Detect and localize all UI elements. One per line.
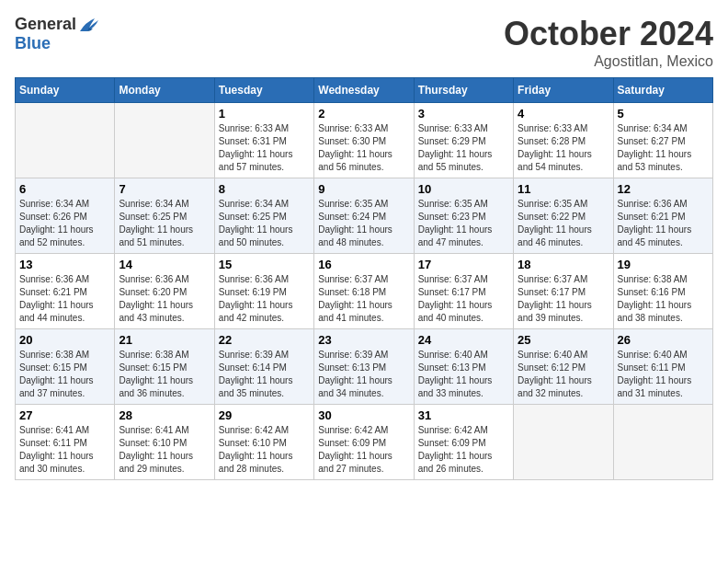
day-number: 23	[318, 333, 409, 347]
calendar-cell: 6Sunrise: 6:34 AMSunset: 6:26 PMDaylight…	[16, 178, 115, 254]
day-number: 10	[418, 182, 509, 196]
calendar-cell: 18Sunrise: 6:37 AMSunset: 6:17 PMDayligh…	[514, 254, 613, 329]
calendar-cell	[16, 103, 115, 178]
header-day-monday: Monday	[115, 78, 214, 103]
day-number: 20	[19, 333, 110, 347]
day-number: 26	[618, 333, 709, 347]
header-day-friday: Friday	[514, 78, 613, 103]
header-day-tuesday: Tuesday	[214, 78, 313, 103]
day-info: Sunrise: 6:35 AMSunset: 6:23 PMDaylight:…	[418, 198, 509, 249]
logo-bird-icon	[76, 15, 102, 35]
logo-general-text: General	[15, 16, 76, 34]
day-number: 27	[19, 408, 110, 422]
day-number: 11	[518, 182, 609, 196]
day-number: 19	[618, 258, 709, 271]
title-area: October 2024 Agostitlan, Mexico	[504, 15, 713, 70]
calendar-cell: 20Sunrise: 6:38 AMSunset: 6:15 PMDayligh…	[16, 329, 115, 405]
calendar-cell: 8Sunrise: 6:34 AMSunset: 6:25 PMDaylight…	[214, 178, 313, 254]
header-row: SundayMondayTuesdayWednesdayThursdayFrid…	[16, 78, 713, 103]
calendar-table: SundayMondayTuesdayWednesdayThursdayFrid…	[15, 77, 713, 480]
week-row-3: 13Sunrise: 6:36 AMSunset: 6:21 PMDayligh…	[16, 254, 713, 329]
day-number: 12	[618, 182, 709, 196]
calendar-cell: 28Sunrise: 6:41 AMSunset: 6:10 PMDayligh…	[115, 405, 214, 480]
calendar-cell	[115, 103, 214, 178]
calendar-cell: 2Sunrise: 6:33 AMSunset: 6:30 PMDaylight…	[314, 103, 414, 178]
calendar-cell: 4Sunrise: 6:33 AMSunset: 6:28 PMDaylight…	[514, 103, 613, 178]
day-number: 5	[618, 107, 709, 121]
week-row-4: 20Sunrise: 6:38 AMSunset: 6:15 PMDayligh…	[16, 329, 713, 405]
calendar-cell: 12Sunrise: 6:36 AMSunset: 6:21 PMDayligh…	[613, 178, 712, 254]
day-number: 9	[318, 182, 409, 196]
calendar-cell: 3Sunrise: 6:33 AMSunset: 6:29 PMDaylight…	[414, 103, 513, 178]
week-row-1: 1Sunrise: 6:33 AMSunset: 6:31 PMDaylight…	[16, 103, 713, 178]
day-number: 31	[418, 408, 509, 422]
day-info: Sunrise: 6:35 AMSunset: 6:22 PMDaylight:…	[518, 198, 609, 249]
day-number: 6	[19, 182, 110, 196]
header-day-sunday: Sunday	[16, 78, 115, 103]
calendar-cell: 10Sunrise: 6:35 AMSunset: 6:23 PMDayligh…	[414, 178, 513, 254]
day-info: Sunrise: 6:39 AMSunset: 6:13 PMDaylight:…	[318, 349, 409, 400]
day-info: Sunrise: 6:38 AMSunset: 6:16 PMDaylight:…	[618, 273, 709, 325]
month-title: October 2024	[504, 15, 713, 53]
calendar-cell: 17Sunrise: 6:37 AMSunset: 6:17 PMDayligh…	[414, 254, 513, 329]
day-info: Sunrise: 6:36 AMSunset: 6:20 PMDaylight:…	[119, 273, 210, 325]
day-number: 2	[318, 107, 409, 121]
day-number: 15	[219, 258, 310, 271]
day-number: 8	[219, 182, 310, 196]
calendar-cell: 15Sunrise: 6:36 AMSunset: 6:19 PMDayligh…	[214, 254, 313, 329]
day-number: 4	[518, 107, 609, 121]
header-day-saturday: Saturday	[613, 78, 712, 103]
calendar-cell: 24Sunrise: 6:40 AMSunset: 6:13 PMDayligh…	[414, 329, 513, 405]
day-info: Sunrise: 6:41 AMSunset: 6:10 PMDaylight:…	[119, 424, 210, 476]
day-number: 7	[119, 182, 210, 196]
day-number: 22	[219, 333, 310, 347]
calendar-cell: 25Sunrise: 6:40 AMSunset: 6:12 PMDayligh…	[514, 329, 613, 405]
calendar-cell: 5Sunrise: 6:34 AMSunset: 6:27 PMDaylight…	[613, 103, 712, 178]
day-info: Sunrise: 6:35 AMSunset: 6:24 PMDaylight:…	[318, 198, 409, 249]
day-number: 14	[119, 258, 210, 271]
calendar-cell: 1Sunrise: 6:33 AMSunset: 6:31 PMDaylight…	[214, 103, 313, 178]
header-day-thursday: Thursday	[414, 78, 513, 103]
day-info: Sunrise: 6:42 AMSunset: 6:09 PMDaylight:…	[418, 424, 509, 476]
day-number: 29	[219, 408, 310, 422]
day-number: 16	[318, 258, 409, 271]
day-info: Sunrise: 6:34 AMSunset: 6:26 PMDaylight:…	[19, 198, 110, 249]
calendar-cell: 13Sunrise: 6:36 AMSunset: 6:21 PMDayligh…	[16, 254, 115, 329]
day-number: 3	[418, 107, 509, 121]
logo: General Blue	[15, 15, 102, 53]
calendar-cell	[613, 405, 712, 480]
day-info: Sunrise: 6:38 AMSunset: 6:15 PMDaylight:…	[119, 349, 210, 400]
calendar-cell: 27Sunrise: 6:41 AMSunset: 6:11 PMDayligh…	[16, 405, 115, 480]
day-number: 21	[119, 333, 210, 347]
calendar-cell: 31Sunrise: 6:42 AMSunset: 6:09 PMDayligh…	[414, 405, 513, 480]
day-info: Sunrise: 6:37 AMSunset: 6:17 PMDaylight:…	[518, 273, 609, 325]
calendar-cell: 30Sunrise: 6:42 AMSunset: 6:09 PMDayligh…	[314, 405, 414, 480]
week-row-2: 6Sunrise: 6:34 AMSunset: 6:26 PMDaylight…	[16, 178, 713, 254]
day-number: 1	[219, 107, 310, 121]
calendar-header: SundayMondayTuesdayWednesdayThursdayFrid…	[16, 78, 713, 103]
day-info: Sunrise: 6:39 AMSunset: 6:14 PMDaylight:…	[219, 349, 310, 400]
day-info: Sunrise: 6:36 AMSunset: 6:21 PMDaylight:…	[618, 198, 709, 249]
location-title: Agostitlan, Mexico	[504, 53, 713, 70]
day-info: Sunrise: 6:33 AMSunset: 6:31 PMDaylight:…	[219, 122, 310, 174]
day-info: Sunrise: 6:42 AMSunset: 6:09 PMDaylight:…	[318, 424, 409, 476]
calendar-cell: 29Sunrise: 6:42 AMSunset: 6:10 PMDayligh…	[214, 405, 313, 480]
day-info: Sunrise: 6:37 AMSunset: 6:17 PMDaylight:…	[418, 273, 509, 325]
logo-blue-text: Blue	[15, 35, 102, 53]
day-number: 24	[418, 333, 509, 347]
day-info: Sunrise: 6:33 AMSunset: 6:29 PMDaylight:…	[418, 122, 509, 174]
week-row-5: 27Sunrise: 6:41 AMSunset: 6:11 PMDayligh…	[16, 405, 713, 480]
day-info: Sunrise: 6:33 AMSunset: 6:28 PMDaylight:…	[518, 122, 609, 174]
day-info: Sunrise: 6:40 AMSunset: 6:13 PMDaylight:…	[418, 349, 509, 400]
calendar-cell: 9Sunrise: 6:35 AMSunset: 6:24 PMDaylight…	[314, 178, 414, 254]
day-info: Sunrise: 6:38 AMSunset: 6:15 PMDaylight:…	[19, 349, 110, 400]
day-info: Sunrise: 6:41 AMSunset: 6:11 PMDaylight:…	[19, 424, 110, 476]
calendar-cell: 23Sunrise: 6:39 AMSunset: 6:13 PMDayligh…	[314, 329, 414, 405]
calendar-cell: 7Sunrise: 6:34 AMSunset: 6:25 PMDaylight…	[115, 178, 214, 254]
day-info: Sunrise: 6:33 AMSunset: 6:30 PMDaylight:…	[318, 122, 409, 174]
day-info: Sunrise: 6:36 AMSunset: 6:19 PMDaylight:…	[219, 273, 310, 325]
day-info: Sunrise: 6:42 AMSunset: 6:10 PMDaylight:…	[219, 424, 310, 476]
day-number: 30	[318, 408, 409, 422]
calendar-cell: 14Sunrise: 6:36 AMSunset: 6:20 PMDayligh…	[115, 254, 214, 329]
day-number: 17	[418, 258, 509, 271]
